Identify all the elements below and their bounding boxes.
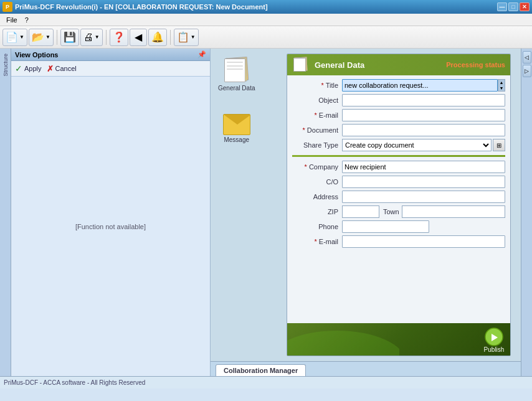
apply-button[interactable]: ✓ Apply (15, 64, 42, 73)
footer-decoration (287, 324, 399, 356)
company-row: Company (292, 161, 505, 173)
general-data-icon (222, 56, 252, 83)
email-label: E-mail (292, 111, 342, 119)
cancel-button[interactable]: ✗ Cancel (47, 64, 77, 73)
email-bottom-input[interactable] (342, 235, 505, 248)
status-bar: PriMus-DCF - ACCA software - All Rights … (0, 376, 532, 389)
object-input[interactable] (342, 94, 505, 106)
publish-icon (483, 328, 505, 346)
share-type-select[interactable]: Create copy document Share document Read… (342, 139, 492, 151)
form-footer-bg: Publish (287, 323, 510, 356)
envelope (223, 114, 250, 135)
message-icon (222, 114, 252, 135)
envelope-flap (224, 115, 250, 125)
right-sidebar-arrow-2[interactable]: ▷ (523, 65, 531, 77)
zip-town-row: ZIP Town (292, 205, 505, 218)
check-icon: ✓ (15, 64, 22, 73)
back-button[interactable]: ◀ (130, 29, 147, 46)
address-row: Address (292, 191, 505, 203)
sidebar-toggle-label: Structure (2, 54, 9, 77)
message-label: Message (224, 136, 249, 143)
left-sidebar-toggle[interactable]: Structure (0, 49, 11, 376)
publish-label: Publish (484, 346, 505, 353)
collab-area: General Data Message (211, 49, 521, 361)
zip-input[interactable] (342, 205, 379, 218)
section-divider (292, 155, 505, 157)
form-footer: Publish (287, 323, 510, 356)
help-button[interactable]: ❓ (110, 29, 128, 46)
svg-point-0 (287, 331, 399, 356)
publish-button[interactable]: Publish (483, 328, 505, 353)
nav-message[interactable]: Message (219, 111, 254, 146)
view-options-toolbar: ✓ Apply ✗ Cancel (11, 61, 210, 77)
close-button[interactable]: ✕ (520, 2, 530, 11)
print-button[interactable]: 🖨▼ (80, 29, 103, 46)
town-label: Town (383, 208, 399, 215)
alert-button[interactable]: 🔔 (148, 29, 167, 46)
email-bottom-row: E-mail (292, 235, 505, 248)
share-type-browse-button[interactable]: ⊞ (493, 139, 505, 151)
tab-collaboration-manager[interactable]: Collaboration Manager (216, 364, 306, 376)
x-icon: ✗ (47, 64, 54, 73)
town-input[interactable] (402, 205, 505, 218)
tab-bar: Collaboration Manager (211, 361, 521, 376)
toolbar-separator-3 (170, 30, 171, 45)
email-bottom-label: E-mail (292, 238, 342, 245)
open-button[interactable]: 📂▼ (29, 29, 54, 46)
share-type-row: Share Type Create copy document Share do… (292, 139, 505, 151)
maximize-button[interactable]: □ (508, 2, 518, 11)
document-input[interactable] (342, 124, 505, 136)
company-label: Company (292, 163, 342, 171)
menu-file[interactable]: File (2, 15, 21, 25)
title-scrollbar[interactable]: ▲ ▼ (498, 79, 505, 92)
view-options-header: View Options 📌 (11, 49, 210, 61)
save-button[interactable]: 💾 (60, 29, 79, 46)
form-header-title: General Data (315, 60, 364, 70)
document-row: Document (292, 124, 505, 136)
title-input[interactable] (342, 79, 498, 92)
email-row: E-mail (292, 109, 505, 121)
co-label: C/O (292, 178, 342, 186)
share-type-label: Share Type (292, 141, 342, 149)
form-panel: General Data Processing status Title ▲ ▼ (287, 54, 511, 356)
processing-status-label: Processing status (446, 61, 505, 68)
nav-general-data[interactable]: General Data (216, 54, 257, 94)
main-area: Structure View Options 📌 ✓ Apply ✗ Cance… (0, 49, 532, 376)
object-label: Object (292, 97, 342, 104)
menu-bar: File ? (0, 14, 532, 26)
apply-label: Apply (24, 65, 42, 72)
toolbar-separator-2 (106, 30, 107, 45)
view-options-content: [Function not available] (11, 77, 210, 376)
title-label: Title (292, 82, 342, 89)
co-row: C/O (292, 176, 505, 188)
window-controls: — □ ✕ (497, 2, 530, 11)
menu-help[interactable]: ? (21, 15, 32, 25)
pin-icon: 📌 (197, 50, 206, 59)
address-input[interactable] (342, 191, 505, 203)
address-label: Address (292, 193, 342, 200)
app-icon: P (2, 2, 12, 12)
general-data-label: General Data (218, 85, 255, 92)
right-area: General Data Message (211, 49, 521, 376)
phone-input[interactable] (342, 220, 429, 233)
toolbar: 📄▼ 📂▼ 💾 🖨▼ ❓ ◀ 🔔 📋▼ (0, 26, 532, 49)
right-sidebar: ◁ ▷ (521, 49, 532, 376)
document-label: Document (292, 126, 342, 134)
options-button[interactable]: 📋▼ (174, 29, 199, 46)
cancel-label: Cancel (55, 65, 77, 72)
email-input[interactable] (342, 109, 505, 121)
form-body: Title ▲ ▼ Object E-mail (287, 75, 510, 323)
status-text: PriMus-DCF - ACCA software - All Rights … (4, 379, 145, 386)
toolbar-separator-1 (57, 30, 57, 45)
window-title: PriMus-DCF Revolution(i) - EN [COLLABORA… (15, 3, 497, 11)
right-sidebar-arrow-1[interactable]: ◁ (523, 51, 531, 64)
company-input[interactable] (342, 161, 505, 173)
minimize-button[interactable]: — (497, 2, 507, 11)
phone-label: Phone (292, 223, 342, 230)
left-nav: General Data Message (216, 54, 257, 146)
view-options-panel: View Options 📌 ✓ Apply ✗ Cancel [Functio… (11, 49, 211, 376)
view-options-title: View Options (15, 51, 58, 59)
zip-label: ZIP (292, 208, 342, 215)
new-button[interactable]: 📄▼ (2, 29, 27, 46)
co-input[interactable] (342, 176, 505, 188)
